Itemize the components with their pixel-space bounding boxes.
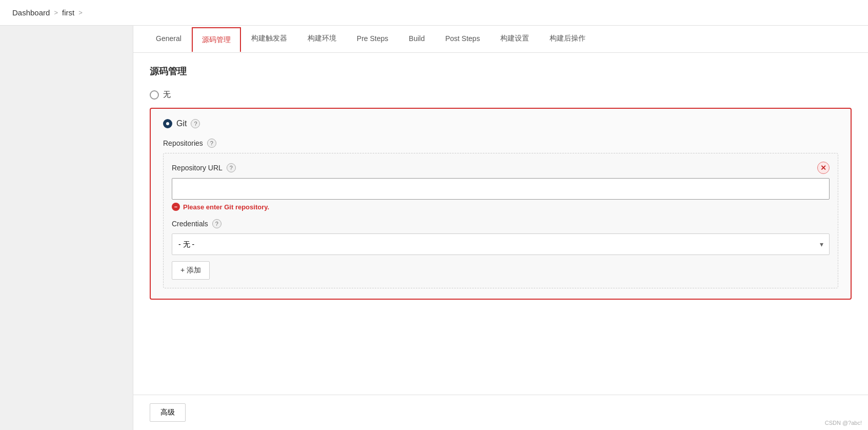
content-area: General 源码管理 构建触发器 构建环境 Pre Steps Build …: [133, 26, 868, 430]
repo-url-label: Repository URL: [172, 164, 223, 172]
tab-source[interactable]: 源码管理: [192, 27, 241, 52]
watermark: CSDN @?abc!: [825, 420, 862, 426]
advanced-button-label: 高级: [160, 408, 175, 416]
advanced-section: 高级: [133, 395, 868, 430]
breadcrumb-dashboard[interactable]: Dashboard: [12, 8, 50, 17]
credentials-select[interactable]: - 无 -: [172, 233, 830, 255]
tab-settings[interactable]: 构建设置: [490, 26, 539, 52]
none-radio-label: 无: [163, 90, 171, 100]
advanced-button[interactable]: 高级: [150, 403, 186, 422]
credentials-label: Credentials: [172, 220, 208, 228]
credentials-select-wrapper: - 无 - ▾: [172, 233, 830, 255]
repositories-box: Repository URL ? ✕ − Please enter Git re…: [163, 153, 838, 288]
page-title: 源码管理: [150, 65, 852, 77]
main-layout: General 源码管理 构建触发器 构建环境 Pre Steps Build …: [0, 26, 868, 430]
page-content: 源码管理 无 Git ? Repositories ?: [133, 53, 868, 395]
tab-postbuild[interactable]: 构建后操作: [539, 26, 596, 52]
close-repo-button[interactable]: ✕: [817, 162, 830, 174]
none-radio-option[interactable]: 无: [150, 90, 852, 100]
repo-url-input[interactable]: [172, 178, 830, 200]
error-icon: −: [172, 203, 180, 211]
repo-url-header: Repository URL ? ✕: [172, 162, 830, 174]
git-header: Git ?: [163, 119, 838, 128]
repositories-label-row: Repositories ?: [163, 139, 838, 148]
credentials-section: Credentials ? - 无 - ▾: [172, 219, 830, 255]
add-button-label: + 添加: [180, 266, 201, 275]
git-title: Git: [176, 119, 187, 128]
tab-general[interactable]: General: [146, 26, 192, 52]
credentials-label-row: Credentials ?: [172, 219, 830, 228]
breadcrumb-bar: Dashboard > first >: [0, 0, 868, 26]
breadcrumb-sep-1: >: [54, 9, 58, 16]
tab-poststeps[interactable]: Post Steps: [435, 26, 490, 52]
credentials-help-icon[interactable]: ?: [212, 219, 221, 228]
error-text: Please enter Git repository.: [183, 203, 269, 211]
repositories-label: Repositories: [163, 139, 203, 147]
repositories-help-icon[interactable]: ?: [207, 139, 216, 148]
none-radio-circle: [150, 90, 159, 100]
git-help-icon[interactable]: ?: [191, 119, 200, 128]
add-button[interactable]: + 添加: [172, 261, 210, 280]
repo-url-label-row: Repository URL ?: [172, 163, 236, 172]
tab-presteps[interactable]: Pre Steps: [347, 26, 398, 52]
git-section-box: Git ? Repositories ? Repository URL ?: [150, 108, 852, 300]
git-radio-circle[interactable]: [163, 119, 172, 128]
sidebar: [0, 26, 133, 430]
tab-bar: General 源码管理 构建触发器 构建环境 Pre Steps Build …: [133, 26, 868, 53]
error-message: − Please enter Git repository.: [172, 203, 830, 211]
breadcrumb-sep-2: >: [78, 9, 83, 16]
tab-env[interactable]: 构建环境: [297, 26, 347, 52]
repo-url-help-icon[interactable]: ?: [227, 163, 236, 172]
tab-trigger[interactable]: 构建触发器: [241, 26, 297, 52]
breadcrumb-first[interactable]: first: [62, 8, 74, 17]
tab-build[interactable]: Build: [398, 26, 435, 52]
